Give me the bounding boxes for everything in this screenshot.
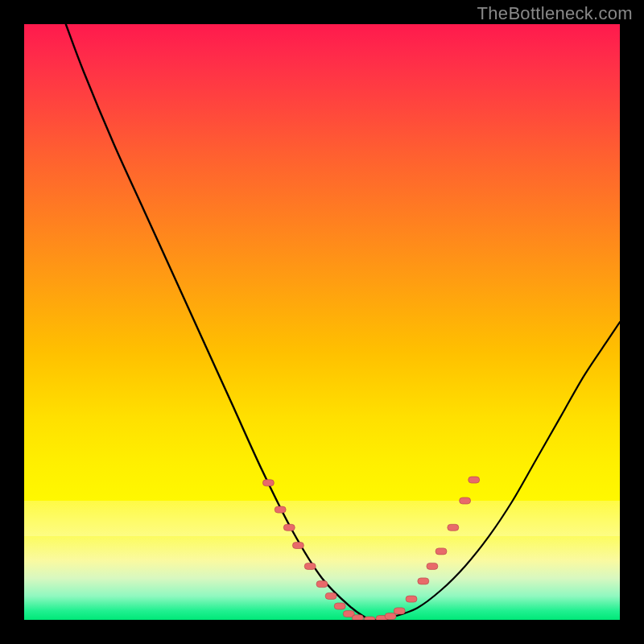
marker-point (448, 524, 459, 530)
marker-point (316, 581, 328, 588)
marker-point (334, 603, 345, 609)
marker-point (469, 477, 480, 483)
marker-point (262, 480, 274, 486)
curve-right-branch (369, 322, 620, 620)
plot-area (24, 24, 620, 620)
marker-point (325, 592, 336, 599)
marker-point (364, 617, 375, 620)
marker-point (275, 506, 286, 513)
marker-point (292, 543, 303, 549)
marker-point (283, 524, 295, 530)
marker-point (394, 608, 405, 614)
marker-point (427, 563, 438, 569)
marker-point (352, 615, 363, 620)
chart-container: TheBottleneck.com (0, 0, 644, 644)
marker-point (304, 563, 316, 569)
watermark-text: TheBottleneck.com (477, 3, 633, 24)
marker-point (418, 578, 429, 584)
marker-point (385, 613, 396, 620)
curve-left-branch (66, 24, 369, 620)
marker-point (460, 497, 471, 504)
curve-svg (24, 24, 620, 620)
marker-point (406, 596, 417, 602)
marker-group (262, 477, 479, 620)
marker-point (436, 548, 447, 555)
